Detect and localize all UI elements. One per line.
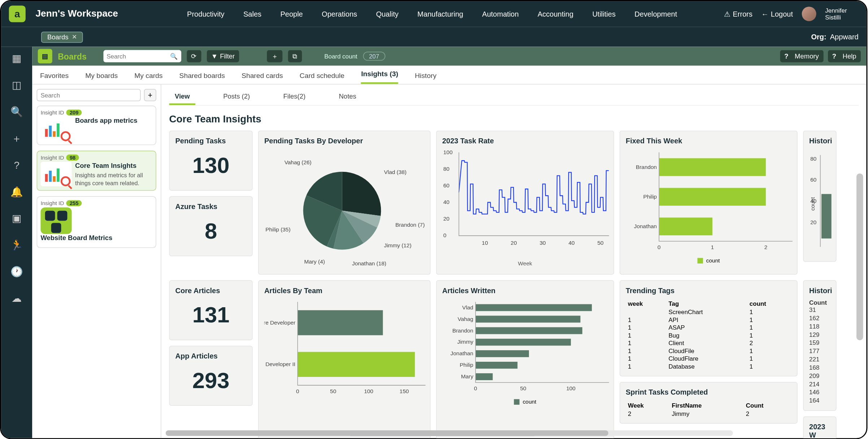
- refresh-button[interactable]: ⟳: [187, 50, 201, 62]
- vertical-scrollbar[interactable]: [856, 173, 863, 421]
- card-2023-partial: 2023 W 30: [803, 417, 836, 438]
- org-label: Org: Appward: [811, 33, 858, 41]
- top-nav: Productivity Sales People Operations Qua…: [140, 10, 724, 18]
- svg-text:0: 0: [443, 232, 446, 239]
- sub-bar: Boards ✕ Org: Appward: [1, 27, 866, 47]
- add-insight-button[interactable]: +: [144, 89, 156, 101]
- svg-text:Mary (4): Mary (4): [304, 258, 325, 265]
- svg-rect-54: [476, 373, 493, 380]
- nav-operations[interactable]: Operations: [322, 10, 357, 18]
- insight-list-panel: + Insight ID209 Boards app metrics Insig…: [32, 84, 161, 438]
- insight-card[interactable]: Insight ID98 Core Team Insights Insights…: [37, 151, 156, 191]
- tab-boards-chip[interactable]: Boards ✕: [41, 31, 83, 43]
- top-bar: a Jenn's Workspace Productivity Sales Pe…: [1, 1, 866, 27]
- nav-automation[interactable]: Automation: [482, 10, 518, 18]
- svg-rect-34: [298, 310, 383, 335]
- svg-text:0: 0: [296, 388, 299, 394]
- svg-text:Brandon: Brandon: [636, 164, 657, 170]
- workspace-title: Jenn's Workspace: [36, 8, 118, 19]
- apps-icon[interactable]: ▦: [10, 52, 23, 65]
- logout-button[interactable]: ←Logout: [761, 10, 793, 18]
- nav-quality[interactable]: Quality: [376, 10, 398, 18]
- table-sprint-tasks: Sprint Tasks Completed WeekFirstNameCoun…: [620, 382, 798, 424]
- filter-button[interactable]: ▼Filter: [207, 50, 239, 62]
- svg-text:Philip: Philip: [460, 362, 473, 368]
- tab-myboards[interactable]: My boards: [85, 72, 118, 84]
- tab-insights[interactable]: Insights (3): [361, 70, 398, 84]
- tab-sharedcards[interactable]: Shared cards: [242, 72, 283, 84]
- insight-card[interactable]: Insight ID209 Boards app metrics: [37, 106, 156, 145]
- memory-button[interactable]: ? Memory: [780, 50, 823, 62]
- viewtab-files[interactable]: Files(2): [278, 89, 311, 105]
- arrow-left-icon: ←: [761, 10, 769, 18]
- svg-text:Vlad: Vlad: [462, 304, 473, 310]
- nav-accounting[interactable]: Accounting: [538, 10, 573, 18]
- board-count: 207: [363, 52, 385, 61]
- tab-cardschedule[interactable]: Card schedule: [300, 72, 344, 84]
- add-icon[interactable]: ＋: [10, 132, 23, 145]
- help-icon[interactable]: ?: [10, 159, 23, 171]
- nav-utilities[interactable]: Utilities: [592, 10, 616, 18]
- chart-pending-by-developer: Pending Tasks By Developer Vlad (38)Bran…: [258, 131, 430, 275]
- svg-text:Jonathan (18): Jonathan (18): [352, 260, 386, 266]
- viewtab-posts[interactable]: Posts (2): [217, 89, 255, 105]
- boards-app-icon[interactable]: ▤: [38, 49, 52, 64]
- nav-manufacturing[interactable]: Manufacturing: [417, 10, 463, 18]
- run-icon[interactable]: 🏃: [10, 239, 23, 251]
- search-icon: 🔍: [170, 53, 178, 60]
- clock-icon[interactable]: 🕐: [10, 266, 23, 278]
- errors-button[interactable]: ⚠Errors: [724, 10, 752, 18]
- svg-text:2: 2: [764, 244, 767, 250]
- svg-text:Vlad (38): Vlad (38): [384, 169, 406, 175]
- svg-text:50: 50: [597, 240, 603, 246]
- svg-rect-22: [659, 218, 712, 235]
- user-name: Jennifer Sistilli: [825, 7, 858, 21]
- add-button[interactable]: ＋: [267, 50, 283, 62]
- svg-rect-46: [476, 327, 582, 334]
- close-icon[interactable]: ✕: [72, 33, 77, 40]
- svg-text:40: 40: [568, 240, 574, 246]
- svg-text:Brandon: Brandon: [452, 327, 473, 334]
- avatar[interactable]: [802, 6, 816, 21]
- cloud-icon[interactable]: ☁: [10, 292, 23, 305]
- widget-thumb-icon: [40, 208, 71, 234]
- page-title: Core Team Insights: [169, 113, 859, 125]
- secondary-tabs: Favorites My boards My cards Shared boar…: [32, 66, 866, 84]
- nav-development[interactable]: Development: [634, 10, 677, 18]
- viewtab-view[interactable]: View: [169, 89, 195, 105]
- svg-text:60: 60: [810, 177, 816, 183]
- svg-text:20: 20: [810, 219, 816, 225]
- tab-favorites[interactable]: Favorites: [40, 72, 69, 84]
- svg-rect-33: [821, 194, 832, 238]
- svg-rect-20: [659, 188, 766, 206]
- svg-rect-50: [476, 350, 529, 357]
- nav-sales[interactable]: Sales: [243, 10, 261, 18]
- tab-sharedboards[interactable]: Shared boards: [179, 72, 225, 84]
- kpi-app-articles: App Articles293: [169, 346, 252, 406]
- card-historic-partial: Histori 80604020count: [803, 131, 836, 262]
- insight-viewer: View Posts (2) Files(2) Notes Core Team …: [161, 84, 867, 438]
- horizontal-scrollbar[interactable]: [166, 430, 733, 436]
- tab-mycards[interactable]: My cards: [134, 72, 162, 84]
- tab-history[interactable]: History: [415, 72, 437, 84]
- app-logo[interactable]: a: [9, 5, 26, 22]
- kpi-azure-tasks: Azure Tasks8: [169, 196, 252, 256]
- nav-people[interactable]: People: [280, 10, 303, 18]
- insight-search-input[interactable]: [37, 89, 141, 101]
- help-button[interactable]: ? Help: [828, 50, 860, 62]
- bell-icon[interactable]: 🔔: [10, 186, 23, 198]
- table-historic-partial: Histori Count 31162118129159177221168209…: [803, 280, 836, 411]
- dashboard-icon[interactable]: ◫: [10, 79, 23, 91]
- board-header: ▤ Boards 🔍 ⟳ ▼Filter ＋ ⧉ Board count 207…: [32, 47, 866, 65]
- copy-button[interactable]: ⧉: [288, 50, 302, 62]
- viewtab-notes[interactable]: Notes: [333, 89, 362, 105]
- search-icon[interactable]: 🔍: [10, 106, 23, 118]
- search-input[interactable]: 🔍: [103, 50, 181, 62]
- nav-productivity[interactable]: Productivity: [187, 10, 224, 18]
- svg-text:100: 100: [566, 385, 576, 391]
- svg-text:0: 0: [657, 244, 661, 250]
- insight-card[interactable]: Insight ID255 Website Board Metrics: [37, 196, 156, 248]
- svg-rect-48: [476, 339, 571, 345]
- chat-icon[interactable]: ▣: [10, 212, 23, 225]
- view-tabs: View Posts (2) Files(2) Notes: [169, 89, 859, 105]
